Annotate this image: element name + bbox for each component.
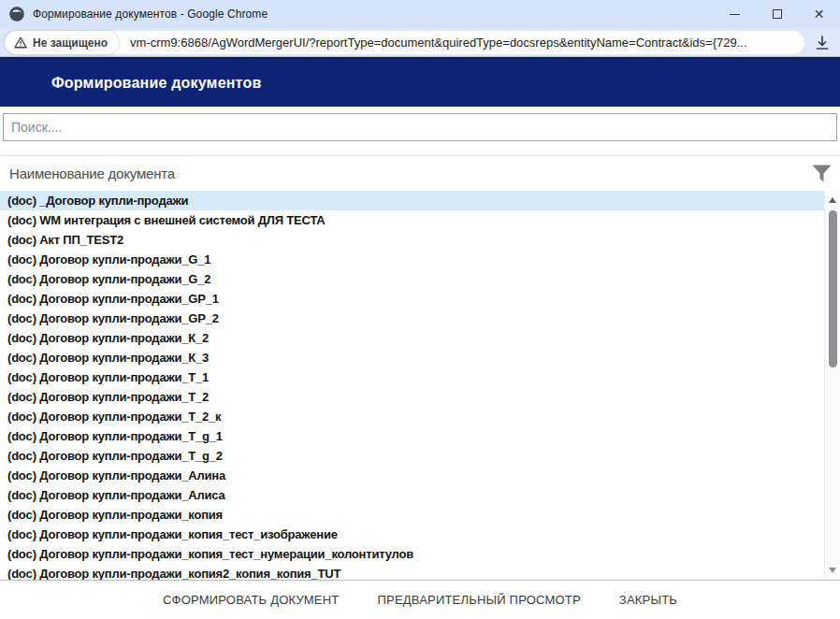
list-item[interactable]: (doc) Договор купли-продажи_копия_тест_и… xyxy=(0,525,824,544)
address-bar: Не защищено vm-crm9:6868/AgWordMergerUI/… xyxy=(0,28,840,57)
close-button[interactable]: ✕ xyxy=(798,0,840,28)
chrome-window: Формирование документов - Google Chrome … xyxy=(0,0,840,619)
list-item[interactable]: (doc) Договор купли-продажи_Алиса xyxy=(0,485,824,505)
list-item[interactable]: (doc) Договор купли-продажи_Т_g_1 xyxy=(0,426,824,446)
globe-icon xyxy=(9,7,24,22)
download-button[interactable] xyxy=(812,33,833,53)
filter-button[interactable] xyxy=(810,164,833,184)
list-header-label: Наименование документа xyxy=(9,166,810,181)
list-item[interactable]: (doc) Договор купли-продажи_К_2 xyxy=(0,328,824,348)
scroll-down-arrow-icon[interactable] xyxy=(829,568,836,573)
maximize-button[interactable] xyxy=(756,0,798,28)
list-item[interactable]: (doc) Договор купли-продажи_копия_тест_н… xyxy=(0,544,824,564)
scrollbar xyxy=(824,191,840,580)
preview-button[interactable]: ПРЕДВАРИТЕЛЬНЫЙ ПРОСМОТР xyxy=(377,593,580,607)
page-title: Формирование документов xyxy=(0,75,261,92)
list-item[interactable]: (doc) Договор купли-продажи_GP_2 xyxy=(0,309,824,328)
list-header-row: Наименование документа xyxy=(0,155,840,191)
list-item[interactable]: (doc) Договор купли-продажи_G_2 xyxy=(0,269,824,289)
close-dialog-button[interactable]: ЗАКРЫТЬ xyxy=(619,593,677,607)
list-item[interactable]: (doc) _Договор купли-продажи xyxy=(0,191,824,210)
list-item[interactable]: (doc) Договор купли-продажи_GP_1 xyxy=(0,289,824,309)
scrollbar-thumb[interactable] xyxy=(829,210,837,367)
filter-icon xyxy=(812,165,832,182)
download-icon xyxy=(814,35,831,51)
scroll-up-arrow-icon[interactable] xyxy=(829,197,836,203)
maximize-icon xyxy=(773,9,782,19)
window-title: Формирование документов - Google Chrome xyxy=(33,7,268,21)
security-chip[interactable]: Не защищено xyxy=(5,31,119,54)
list-item[interactable]: (doc) Договор купли-продажи_К_3 xyxy=(0,348,824,367)
list-item[interactable]: (doc) Договор купли-продажи_копия xyxy=(0,505,824,525)
document-list-container: (doc) _Договор купли-продажи(doc) WM инт… xyxy=(0,191,840,581)
list-item[interactable]: (doc) Договор купли-продажи_Алина xyxy=(0,466,824,485)
url-text: vm-crm9:6868/AgWordMergerUI/?reportType=… xyxy=(130,36,804,50)
generate-document-button[interactable]: СФОРМИРОВАТЬ ДОКУМЕНТ xyxy=(163,593,339,607)
footer-actions: СФОРМИРОВАТЬ ДОКУМЕНТ ПРЕДВАРИТЕЛЬНЫЙ ПР… xyxy=(0,581,840,619)
search-input[interactable] xyxy=(3,113,837,141)
titlebar: Формирование документов - Google Chrome … xyxy=(0,0,840,28)
list-item[interactable]: (doc) Договор купли-продажи_Т_2_к xyxy=(0,407,824,426)
search-row xyxy=(0,107,840,141)
document-list: (doc) _Договор купли-продажи(doc) WM инт… xyxy=(0,191,824,581)
list-item[interactable]: (doc) Акт ПП_TEST2 xyxy=(0,230,824,250)
list-item[interactable]: (doc) Договор купли-продажи_Т_1 xyxy=(0,367,824,387)
security-chip-label: Не защищено xyxy=(33,36,108,50)
omnibox[interactable]: Не защищено vm-crm9:6868/AgWordMergerUI/… xyxy=(5,31,804,54)
window-controls: ✕ xyxy=(714,0,840,28)
list-item[interactable]: (doc) WM интеграция с внешней системой Д… xyxy=(0,210,824,230)
list-item[interactable]: (doc) Договор купли-продажи_Т_g_2 xyxy=(0,446,824,466)
warning-icon xyxy=(14,36,27,49)
minimize-button[interactable] xyxy=(714,0,756,28)
app-header: Формирование документов xyxy=(0,57,840,107)
list-item[interactable]: (doc) Договор купли-продажи_G_1 xyxy=(0,250,824,269)
list-item[interactable]: (doc) Договор купли-продажи_Т_2 xyxy=(0,387,824,407)
close-icon: ✕ xyxy=(814,7,825,21)
minimize-icon xyxy=(730,14,740,15)
list-item[interactable]: (doc) Договор купли-продажи_копия2_копия… xyxy=(0,564,824,581)
